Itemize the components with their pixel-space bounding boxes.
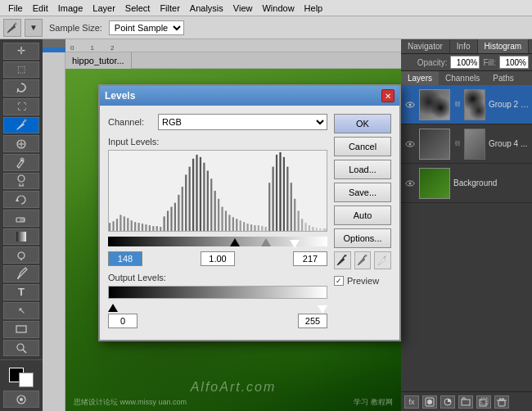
svg-rect-84 [254,225,255,231]
svg-rect-50 [131,220,133,231]
tool-arrow-icon[interactable]: ▼ [25,19,43,37]
svg-rect-82 [246,224,248,231]
input-black-value[interactable] [108,251,142,266]
eyedropper-black-button[interactable] [334,251,351,269]
channel-select[interactable]: RGB Red Green Blue [158,114,327,130]
svg-rect-46 [116,219,118,231]
svg-rect-57 [156,226,158,231]
menu-help[interactable]: Help [300,3,328,13]
output-black-value[interactable] [108,314,138,328]
input-mid-value[interactable] [201,251,235,266]
histogram-area [108,150,327,232]
gray-input-slider[interactable] [261,238,271,246]
sample-size-select[interactable]: Point Sample [109,20,184,35]
output-black-slider[interactable] [108,304,118,312]
eyedropper-tool-icon[interactable] [3,19,21,37]
svg-rect-77 [228,215,230,231]
sample-size-label: Sample Size: [46,23,106,33]
output-white-slider[interactable] [318,305,327,314]
svg-rect-72 [210,178,212,231]
svg-marker-0 [7,25,16,33]
white-input-slider[interactable] [290,240,300,248]
svg-rect-100 [312,227,313,231]
svg-rect-85 [258,225,259,231]
eyedropper-white-button[interactable] [374,251,391,269]
input-values-row [108,251,327,266]
save-button[interactable]: Save... [334,183,391,202]
output-slider-track[interactable] [108,302,327,314]
auto-button[interactable]: Auto [334,206,391,225]
menu-select[interactable]: Select [120,3,156,13]
svg-marker-107 [358,258,365,265]
svg-rect-73 [214,191,216,231]
svg-rect-67 [192,159,194,231]
dialog-title: Levels [105,90,135,102]
svg-rect-59 [164,216,165,231]
svg-rect-65 [185,174,187,231]
svg-rect-71 [207,171,209,232]
preview-checkbox[interactable]: ✓ [334,276,344,286]
menu-window[interactable]: Window [257,3,299,13]
dialog-close-button[interactable]: ✕ [381,89,394,102]
svg-rect-74 [218,199,219,231]
svg-rect-99 [309,225,310,231]
dialog-buttons: OK Cancel Load... Save... Auto Options..… [334,114,391,332]
menu-file[interactable]: File [3,3,28,13]
cancel-button[interactable]: Cancel [334,137,391,156]
dialog-body: Channel: RGB Red Green Blue Input Levels… [100,106,399,340]
svg-rect-49 [127,218,128,231]
input-slider-track[interactable] [108,235,327,248]
output-gradient-bar [108,286,327,299]
black-input-slider[interactable] [230,238,240,246]
svg-rect-66 [189,167,191,231]
preview-label: Preview [347,276,379,286]
svg-rect-91 [279,152,281,231]
options-button[interactable]: Options... [334,228,391,248]
svg-rect-58 [160,227,161,231]
svg-rect-69 [200,157,201,231]
svg-rect-48 [124,216,125,231]
svg-rect-62 [174,203,176,231]
svg-rect-47 [119,215,121,231]
svg-rect-44 [109,223,110,231]
svg-rect-70 [203,163,205,231]
svg-rect-86 [261,226,263,231]
svg-rect-81 [243,222,245,231]
menu-image[interactable]: Image [53,3,88,13]
svg-rect-63 [178,195,179,231]
ok-button[interactable]: OK [334,114,391,133]
preview-row: ✓ Preview [334,276,391,286]
svg-rect-61 [170,207,172,231]
svg-rect-101 [316,228,318,231]
menu-layer[interactable]: Layer [88,3,120,13]
svg-rect-88 [268,183,270,231]
svg-rect-97 [301,219,303,231]
svg-rect-83 [250,224,252,231]
eyedropper-gray-button[interactable] [354,251,372,269]
svg-rect-90 [276,155,277,231]
svg-rect-94 [291,183,292,231]
input-levels-label: Input Levels: [108,137,327,147]
output-levels-label: Output Levels: [108,273,327,282]
svg-rect-54 [145,224,147,231]
svg-rect-89 [273,167,274,231]
menu-view[interactable]: View [228,3,258,13]
svg-rect-79 [236,219,237,231]
dialog-titlebar[interactable]: Levels ✕ [100,86,399,106]
svg-rect-52 [138,223,139,231]
svg-rect-76 [225,211,227,232]
svg-rect-45 [112,221,114,231]
input-white-value[interactable] [293,251,327,266]
channel-row: Channel: RGB Red Green Blue [108,114,327,130]
menu-filter[interactable]: Filter [155,3,184,13]
svg-rect-64 [182,187,183,231]
svg-rect-51 [134,222,136,231]
menu-edit[interactable]: Edit [28,3,53,13]
output-white-value[interactable] [298,314,327,328]
main-area: ✛ ⬚ ⛶ [0,39,532,411]
svg-rect-98 [304,223,306,231]
load-button[interactable]: Load... [334,160,391,179]
channel-label: Channel: [108,117,153,127]
menu-analysis[interactable]: Analysis [185,3,228,13]
levels-dialog: Levels ✕ Channel: RGB Red Green Blue [98,84,401,341]
